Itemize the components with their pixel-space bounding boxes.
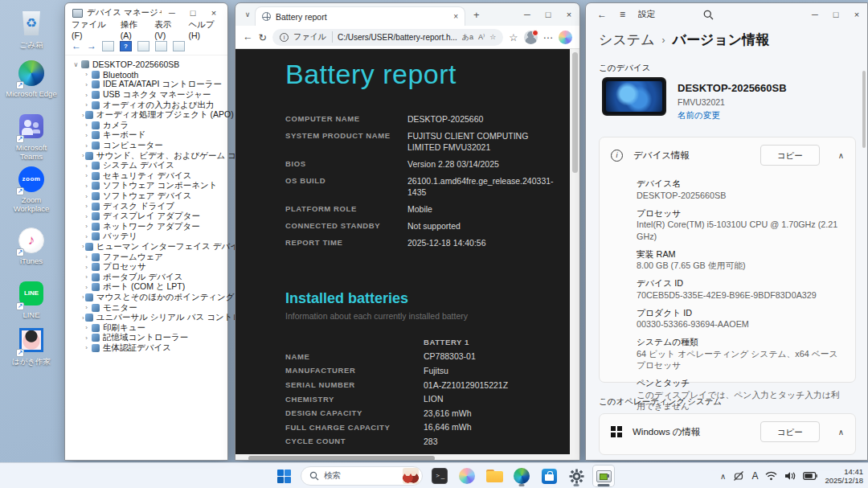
slashed-status-icon[interactable] <box>733 470 744 482</box>
device-tree-item[interactable]: › USB コネクタ マネージャー <box>82 90 227 100</box>
device-tree-item[interactable]: › キーボード <box>82 130 227 141</box>
expand-chevron-icon[interactable]: › <box>82 324 91 331</box>
device-tree-item[interactable]: › ポート (COM と LPT) <box>82 282 227 293</box>
collapse-chevron-icon[interactable]: ∧ <box>838 428 844 437</box>
device-tree-item[interactable]: › ポータブル デバイス <box>82 272 227 282</box>
expand-chevron-icon[interactable]: › <box>82 71 91 78</box>
favorite-star-icon[interactable]: ☆ <box>489 33 496 41</box>
taskbar-terminal-icon[interactable]: ＞_ <box>429 465 450 486</box>
device-tree-item[interactable]: › プロセッサ <box>82 262 227 273</box>
expand-chevron-icon[interactable]: › <box>82 112 84 119</box>
device-tree-item[interactable]: › ファームウェア <box>82 252 227 262</box>
scrollbar-thumb[interactable] <box>862 71 866 148</box>
more-menu-icon[interactable]: ⋯ <box>543 31 554 43</box>
device-tree-item[interactable]: › バッテリ <box>82 232 227 242</box>
hidden-icons-chevron-icon[interactable]: ∧ <box>720 472 726 481</box>
device-tree-item[interactable]: › ネットワーク アダプター <box>82 222 227 232</box>
menu-help[interactable]: ヘルプ(H) <box>188 19 221 40</box>
tab-battery-report[interactable]: Battery report × <box>255 6 465 26</box>
ime-mode-indicator[interactable]: A <box>751 470 758 482</box>
breadcrumb-system[interactable]: システム <box>599 31 655 49</box>
minimize-button[interactable]: ─ <box>517 6 538 23</box>
tab-search-icon[interactable]: ∨ <box>240 10 255 18</box>
new-tab-button[interactable]: + <box>473 9 480 21</box>
maximize-button[interactable]: □ <box>538 6 559 23</box>
taskbar-settings-icon[interactable] <box>566 465 587 486</box>
device-tree-item[interactable]: › ディスプレイ アダプター <box>82 211 227 222</box>
close-button[interactable]: × <box>846 6 867 23</box>
device-tree-item[interactable]: › 記憶域コントローラー <box>82 333 227 343</box>
scan-hardware-icon[interactable] <box>155 41 167 51</box>
expand-chevron-icon[interactable]: › <box>82 243 84 250</box>
expand-chevron-icon[interactable]: › <box>82 334 91 342</box>
favorites-list-icon[interactable]: ☆ <box>509 31 518 43</box>
expand-chevron-icon[interactable]: › <box>82 121 91 129</box>
device-tree-item[interactable]: › ソフトウェア コンポーネント <box>82 181 227 191</box>
copy-button[interactable]: コピー <box>760 421 820 442</box>
expand-chevron-icon[interactable]: › <box>82 193 91 200</box>
documentation-icon[interactable] <box>102 41 114 51</box>
expand-chevron-icon[interactable]: › <box>82 152 84 159</box>
desktop-icon-teams[interactable]: ↗ Microsoft Teams <box>5 113 58 161</box>
read-aloud-icon[interactable]: A⁾ <box>478 33 485 41</box>
copy-button[interactable]: コピー <box>760 145 820 166</box>
device-tree-item[interactable]: › 印刷キュー <box>82 322 227 333</box>
device-tree-item[interactable]: › IDE ATA/ATAPI コントローラー <box>82 80 227 90</box>
collapse-chevron-icon[interactable]: ∨ <box>72 61 80 68</box>
device-tree-item[interactable]: › モニター <box>82 302 227 313</box>
expand-chevron-icon[interactable]: › <box>82 92 91 99</box>
translate-icon[interactable]: あa <box>462 32 473 43</box>
back-button[interactable]: ← <box>72 40 81 51</box>
profile-avatar[interactable] <box>524 31 538 44</box>
hamburger-menu-icon[interactable]: ≡ <box>620 9 625 20</box>
expand-chevron-icon[interactable]: › <box>82 284 91 291</box>
tab-close-icon[interactable]: × <box>453 12 458 21</box>
device-tree-root[interactable]: ∨ DESKTOP-2025660SB <box>72 59 227 70</box>
expand-chevron-icon[interactable]: › <box>82 162 91 170</box>
expand-chevron-icon[interactable]: › <box>82 213 91 220</box>
expand-chevron-icon[interactable]: › <box>82 132 91 139</box>
taskbar-clock[interactable]: 14:41 2025/12/18 <box>825 467 863 486</box>
desktop-icon-recycle-bin[interactable]: ♻ ごみ箱 <box>5 10 58 49</box>
expand-chevron-icon[interactable]: › <box>82 293 84 301</box>
taskbar-edge-icon[interactable] <box>511 465 532 486</box>
taskbar-copilot-icon[interactable] <box>457 465 477 486</box>
windows-info-card-header[interactable]: Windows の情報 コピー ∧ <box>600 414 855 449</box>
expand-chevron-icon[interactable]: › <box>82 101 91 109</box>
horizontal-scrollbar[interactable] <box>235 454 580 461</box>
address-bar[interactable]: i ファイル C:/Users/USER/battery-report.h...… <box>272 29 503 46</box>
rename-device-link[interactable]: 名前の変更 <box>678 110 720 121</box>
wifi-icon[interactable] <box>765 471 777 481</box>
expand-chevron-icon[interactable]: › <box>82 253 91 260</box>
collapse-chevron-icon[interactable]: ∧ <box>838 151 844 160</box>
page-info-icon[interactable]: i <box>280 33 289 42</box>
taskbar-file-explorer-icon[interactable] <box>484 465 505 486</box>
help-icon[interactable]: ? <box>120 41 132 51</box>
device-tree-item[interactable]: › ユニバーサル シリアル バス コントローラー <box>82 313 227 323</box>
device-tree-item[interactable]: › オーディオ処理オブジェクト (APO) <box>82 110 227 121</box>
taskbar-device-manager-icon[interactable] <box>593 465 614 486</box>
device-tree-item[interactable]: › ソフトウェア デバイス <box>82 191 227 202</box>
scrollbar-thumb[interactable] <box>572 52 578 173</box>
device-tree-item[interactable]: › Bluetooth <box>82 70 227 80</box>
device-tree-item[interactable]: › システム デバイス <box>82 161 227 171</box>
volume-icon[interactable] <box>784 471 796 481</box>
device-info-card-header[interactable]: i デバイス情報 コピー ∧ <box>600 137 855 173</box>
computer-icon[interactable] <box>173 41 185 51</box>
expand-chevron-icon[interactable]: › <box>82 344 91 351</box>
device-tree-item[interactable]: › オーディオの入力および出力 <box>82 100 227 110</box>
reload-button[interactable]: ↻ <box>259 31 267 43</box>
expand-chevron-icon[interactable]: › <box>82 182 91 190</box>
forward-button[interactable]: → <box>87 40 96 51</box>
device-tree-item[interactable]: › ディスク ドライブ <box>82 201 227 211</box>
menu-file[interactable]: ファイル(F) <box>72 19 111 40</box>
scrollbar-thumb[interactable] <box>248 456 435 461</box>
expand-chevron-icon[interactable]: › <box>82 304 91 311</box>
device-tree-item[interactable]: › セキュリティ デバイス <box>82 171 227 182</box>
desktop-icon-zoom[interactable]: zoom↗ Zoom Workplace <box>5 166 58 213</box>
desktop-icon-itunes[interactable]: ♪↗ iTunes <box>5 227 58 265</box>
desktop-icon-line[interactable]: LINE↗ LINE <box>5 280 58 319</box>
device-tree-item[interactable]: › ヒューマン インターフェイス デバイス <box>82 242 227 252</box>
expand-chevron-icon[interactable]: › <box>82 172 91 179</box>
back-button[interactable]: ← <box>597 9 607 20</box>
